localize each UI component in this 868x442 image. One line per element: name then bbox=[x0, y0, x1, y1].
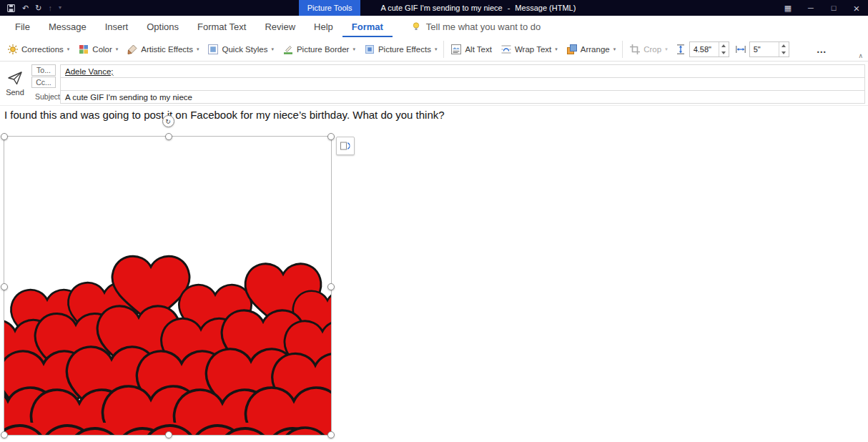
arrange-icon bbox=[566, 44, 578, 55]
resize-handle-bottom-left[interactable] bbox=[1, 431, 8, 438]
save-icon[interactable] bbox=[6, 4, 16, 13]
alt-text-button[interactable]: Alt Text bbox=[446, 41, 496, 58]
body-text[interactable]: I found this and was going to post it on… bbox=[4, 109, 445, 121]
height-spinner bbox=[719, 42, 729, 57]
artistic-effects-button[interactable]: Artistic Effects ▾ bbox=[122, 41, 203, 58]
arrange-label: Arrange bbox=[581, 45, 610, 54]
wrap-text-button[interactable]: Wrap Text ▾ bbox=[496, 41, 562, 58]
height-spinner-down[interactable] bbox=[719, 49, 729, 57]
qat-up-arrow-icon[interactable]: ↑ bbox=[48, 4, 52, 12]
ribbon-separator bbox=[622, 41, 623, 58]
recipient-chip[interactable]: Adele Vance; bbox=[65, 67, 114, 76]
rotate-icon: ↻ bbox=[165, 118, 171, 125]
customize-qat-icon[interactable]: ▾ bbox=[59, 5, 61, 11]
chevron-down-icon: ▾ bbox=[352, 46, 355, 52]
minimize-button[interactable]: ─ bbox=[799, 0, 822, 16]
shape-width-icon bbox=[735, 44, 746, 55]
picture-effects-label: Picture Effects bbox=[378, 45, 431, 54]
spinner-down-icon bbox=[721, 51, 726, 54]
resize-handle-bottom-right[interactable] bbox=[327, 431, 335, 438]
chevron-down-icon: ▾ bbox=[271, 46, 274, 52]
message-body[interactable]: I found this and was going to post it on… bbox=[0, 106, 868, 442]
redo-icon[interactable]: ↻ bbox=[35, 4, 41, 12]
rotate-handle[interactable]: ↻ bbox=[162, 115, 174, 127]
resize-handle-bottom-center[interactable] bbox=[165, 431, 172, 438]
window-title-dash: - bbox=[508, 4, 511, 12]
inline-image[interactable]: ↻ bbox=[4, 136, 332, 436]
picture-border-button[interactable]: Picture Border ▾ bbox=[278, 41, 360, 58]
wrap-text-label: Wrap Text bbox=[515, 45, 551, 54]
width-spinner-up[interactable] bbox=[779, 42, 789, 49]
shape-width-group bbox=[732, 41, 792, 57]
resize-handle-top-left[interactable] bbox=[1, 133, 8, 140]
to-field[interactable]: Adele Vance; bbox=[60, 64, 865, 78]
shape-height-input[interactable] bbox=[690, 42, 719, 57]
shape-width-input[interactable] bbox=[750, 42, 779, 57]
tab-format-text[interactable]: Format Text bbox=[188, 16, 255, 37]
quick-styles-button[interactable]: Quick Styles ▾ bbox=[203, 41, 277, 58]
shape-width-field[interactable] bbox=[749, 41, 789, 57]
window-title-text: A cute GIF I'm sending to my niece bbox=[380, 4, 502, 12]
subject-field[interactable]: A cute GIF I'm sending to my niece bbox=[60, 90, 865, 104]
more-options-button[interactable]: … bbox=[811, 44, 833, 55]
picture-effects-button[interactable]: Picture Effects ▾ bbox=[360, 41, 441, 58]
chevron-down-icon: ▾ bbox=[435, 46, 438, 52]
tab-review[interactable]: Review bbox=[255, 16, 305, 37]
layout-options-button[interactable] bbox=[336, 137, 355, 155]
alt-text-icon bbox=[450, 44, 462, 55]
picture-tools-contextual-tab[interactable]: Picture Tools bbox=[299, 0, 361, 16]
color-label: Color bbox=[92, 45, 112, 54]
height-spinner-up[interactable] bbox=[719, 42, 729, 49]
titlebar: ↶ ↻ ↑ ▾ Picture Tools A cute GIF I'm sen… bbox=[0, 0, 868, 16]
send-button[interactable]: Send bbox=[0, 62, 30, 105]
chevron-down-icon: ▾ bbox=[67, 46, 70, 52]
ribbon: Corrections ▾ Color ▾ Artistic Effects ▾… bbox=[0, 37, 868, 62]
resize-handle-middle-right[interactable] bbox=[327, 283, 335, 290]
to-button[interactable]: To... bbox=[31, 64, 56, 76]
tab-options[interactable]: Options bbox=[137, 16, 188, 37]
crop-label: Crop bbox=[643, 45, 661, 54]
undo-icon[interactable]: ↶ bbox=[22, 4, 29, 12]
color-button[interactable]: Color ▾ bbox=[74, 41, 122, 58]
lightbulb-icon bbox=[411, 21, 421, 31]
tab-insert[interactable]: Insert bbox=[96, 16, 138, 37]
quick-styles-label: Quick Styles bbox=[222, 45, 267, 54]
collapse-ribbon-button[interactable]: ∧ bbox=[855, 51, 866, 61]
picture-effects-icon bbox=[364, 44, 375, 55]
resize-handle-middle-left[interactable] bbox=[1, 283, 8, 290]
width-spinner bbox=[779, 42, 789, 57]
tell-me-box[interactable]: Tell me what you want to do bbox=[404, 16, 548, 37]
subject-label: Subject bbox=[31, 92, 59, 101]
arrange-button[interactable]: Arrange ▾ bbox=[562, 41, 620, 58]
tab-help[interactable]: Help bbox=[305, 16, 342, 37]
resize-handle-top-center[interactable] bbox=[165, 133, 172, 140]
tab-message[interactable]: Message bbox=[39, 16, 96, 37]
tab-format[interactable]: Format bbox=[342, 16, 393, 37]
resize-handle-top-right[interactable] bbox=[327, 133, 335, 140]
corrections-icon bbox=[7, 44, 19, 55]
ribbon-tabs: File Message Insert Options Format Text … bbox=[0, 16, 868, 37]
corrections-button[interactable]: Corrections ▾ bbox=[3, 41, 74, 58]
chevron-down-icon: ▾ bbox=[197, 46, 199, 52]
close-button[interactable]: × bbox=[845, 0, 868, 16]
titlebar-center: Picture Tools A cute GIF I'm sending to … bbox=[98, 0, 776, 16]
tab-file[interactable]: File bbox=[6, 16, 39, 37]
outlook-message-window: ↶ ↻ ↑ ▾ Picture Tools A cute GIF I'm sen… bbox=[0, 0, 868, 442]
send-label: Send bbox=[6, 88, 24, 97]
send-icon bbox=[7, 70, 23, 86]
corrections-label: Corrections bbox=[21, 45, 64, 54]
color-icon bbox=[78, 44, 89, 55]
chevron-down-icon: ▾ bbox=[665, 46, 668, 52]
width-spinner-down[interactable] bbox=[779, 49, 789, 57]
spinner-up-icon bbox=[721, 44, 726, 47]
shape-height-icon bbox=[675, 44, 686, 55]
maximize-button[interactable]: □ bbox=[822, 0, 845, 16]
shape-height-field[interactable] bbox=[689, 41, 729, 57]
cc-field[interactable] bbox=[60, 77, 865, 91]
wrap-text-icon bbox=[500, 44, 512, 55]
ribbon-separator bbox=[443, 41, 444, 58]
window-title-suffix: Message (HTML) bbox=[515, 4, 576, 12]
ribbon-display-options-icon[interactable]: ▦ bbox=[776, 0, 799, 16]
subject-value: A cute GIF I'm sending to my niece bbox=[65, 93, 192, 102]
cc-button[interactable]: Cc... bbox=[31, 77, 56, 88]
